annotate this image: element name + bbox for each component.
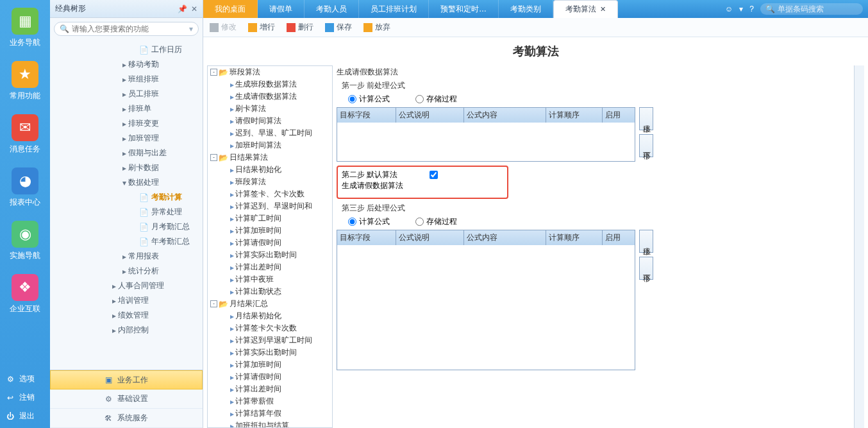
chevron-down-icon[interactable] xyxy=(121,178,128,187)
tree-item[interactable]: 班组排班 xyxy=(50,72,203,87)
close-icon[interactable]: ✕ xyxy=(191,4,197,13)
tree-item[interactable]: 数据处理 xyxy=(50,175,203,190)
radio-calc-formula-2[interactable]: 计算公式 xyxy=(348,216,390,227)
algo-tree-item[interactable]: ▸计算中夜班 xyxy=(208,273,332,286)
move-down-button[interactable]: 下移 xyxy=(639,257,653,280)
algorithm-tree[interactable]: -📂班段算法▸生成班段数据算法▸生成请假数据算法▸刷卡算法▸请假时间算法▸迟到、… xyxy=(207,65,333,428)
tree-item[interactable]: 人事合同管理 xyxy=(50,278,203,293)
nav-options[interactable]: ⚙选项 xyxy=(0,370,50,388)
top-search-input[interactable] xyxy=(778,4,855,13)
tree-item[interactable]: 排班单 xyxy=(50,101,203,116)
toolbar-button[interactable]: 放弃 xyxy=(363,22,390,33)
tab[interactable]: 考勤算法✕ xyxy=(553,0,618,18)
radio-stored-proc-2[interactable]: 存储过程 xyxy=(415,216,457,227)
move-down-button[interactable]: 下移 xyxy=(639,134,653,157)
algo-tree-item[interactable]: -📂班段算法 xyxy=(208,66,332,78)
grid-column-header[interactable]: 公式说明 xyxy=(396,230,464,245)
post-formula-grid[interactable]: 目标字段公式说明公式内容计算顺序启用 xyxy=(337,230,635,370)
chevron-right-icon[interactable] xyxy=(121,267,128,276)
algo-tree-item[interactable]: ▸计算带薪假 xyxy=(208,395,332,407)
algo-tree-item[interactable]: ▸计算请假时间 xyxy=(208,371,332,383)
chevron-right-icon[interactable] xyxy=(121,149,128,158)
algo-tree-item[interactable]: ▸加班抵扣与结算 xyxy=(208,420,332,428)
step2-checkbox[interactable] xyxy=(430,171,438,179)
radio-stored-proc[interactable]: 存储过程 xyxy=(415,94,457,105)
algo-tree-item[interactable]: ▸计算加班时间 xyxy=(208,359,332,371)
nav-rail-item-impl[interactable]: ◉ 实施导航 xyxy=(0,213,50,266)
nav-logout[interactable]: ↩注销 xyxy=(0,388,50,407)
algo-tree-item[interactable]: ▸计算请假时间 xyxy=(208,237,332,249)
tree-item[interactable]: 绩效管理 xyxy=(50,308,203,323)
algo-tree-item[interactable]: ▸计算实际出勤时间 xyxy=(208,249,332,261)
tree-item[interactable]: 📄工作日历 xyxy=(50,42,203,57)
nav-rail-item-enterprise[interactable]: ❖ 企业互联 xyxy=(0,266,50,320)
nav-rail-item-report[interactable]: ◕ 报表中心 xyxy=(0,160,50,213)
algo-tree-item[interactable]: ▸计算结算年假 xyxy=(208,407,332,420)
close-icon[interactable]: ✕ xyxy=(600,5,606,13)
nav-exit[interactable]: ⏻退出 xyxy=(0,407,50,425)
move-up-button[interactable]: 上移 xyxy=(639,107,653,130)
algo-tree-item[interactable]: ▸加班时间算法 xyxy=(208,139,332,151)
chevron-right-icon[interactable] xyxy=(110,282,118,291)
tree-item[interactable]: 📄年考勤汇总 xyxy=(50,234,203,249)
chevron-down-icon[interactable]: ▾ xyxy=(739,4,743,13)
tree-item[interactable]: 📄异常处理 xyxy=(50,205,203,219)
chevron-right-icon[interactable] xyxy=(121,75,128,84)
expand-box-icon[interactable]: - xyxy=(210,300,217,307)
chevron-right-icon[interactable] xyxy=(121,134,128,143)
grid-column-header[interactable]: 公式内容 xyxy=(464,108,546,123)
tree-item[interactable]: 内部控制 xyxy=(50,323,203,338)
toolbar-button[interactable]: 保存 xyxy=(325,22,352,33)
move-up-button[interactable]: 上移 xyxy=(639,230,653,253)
tree-item[interactable]: 常用报表 xyxy=(50,249,203,264)
algo-tree-item[interactable]: ▸计算加班时间 xyxy=(208,225,332,237)
tree-item[interactable]: 刷卡数据 xyxy=(50,160,203,175)
sidebar-search-box[interactable]: 🔍 ▾ xyxy=(54,22,199,36)
algo-tree-item[interactable]: ▸计算旷工时间 xyxy=(208,212,332,225)
tab[interactable]: 考勤类别 xyxy=(499,0,553,18)
algo-tree-item[interactable]: ▸计算出勤状态 xyxy=(208,286,332,298)
tree-item[interactable]: 移动考勤 xyxy=(50,57,203,72)
tab[interactable]: 我的桌面 xyxy=(203,0,258,18)
algo-tree-item[interactable]: ▸计算出差时间 xyxy=(208,383,332,395)
nav-rail-item-fav[interactable]: ★ 常用功能 xyxy=(0,53,50,107)
algo-tree-item[interactable]: ▸计算出差时间 xyxy=(208,261,332,273)
chevron-down-icon[interactable]: ▾ xyxy=(189,24,193,33)
algo-tree-item[interactable]: ▸迟到、早退、旷工时间 xyxy=(208,127,332,139)
tree-item[interactable]: 统计分析 xyxy=(50,264,203,278)
chevron-right-icon[interactable] xyxy=(121,164,128,173)
toolbar-button[interactable]: 删行 xyxy=(287,22,313,33)
algo-tree-item[interactable]: ▸请假时间算法 xyxy=(208,115,332,127)
grid-column-header[interactable]: 公式说明 xyxy=(396,108,464,123)
chevron-right-icon[interactable] xyxy=(121,252,128,261)
grid-body[interactable] xyxy=(337,123,635,161)
grid-column-header[interactable]: 计算顺序 xyxy=(546,230,603,245)
nav-rail-item-msg[interactable]: ✉ 消息任务 xyxy=(0,107,50,160)
algo-tree-item[interactable]: ▸生成班段数据算法 xyxy=(208,78,332,90)
radio-calc-formula[interactable]: 计算公式 xyxy=(348,94,390,105)
grid-column-header[interactable]: 目标字段 xyxy=(337,230,396,245)
chevron-right-icon[interactable] xyxy=(110,296,118,305)
grid-column-header[interactable]: 启用 xyxy=(603,108,635,123)
algo-tree-item[interactable]: ▸日结果初始化 xyxy=(208,164,332,176)
chevron-right-icon[interactable] xyxy=(121,90,128,99)
tree-item[interactable]: 员工排班 xyxy=(50,87,203,101)
sidebar-tab-bizwork[interactable]: ▣业务工作 xyxy=(50,370,203,389)
nav-rail-item-biznav[interactable]: ▦ 业务导航 xyxy=(0,0,50,53)
tree-item[interactable]: 📄考勤计算 xyxy=(50,190,203,205)
pin-icon[interactable]: 📌 xyxy=(178,4,187,13)
smile-icon[interactable]: ☺ xyxy=(725,4,733,13)
algo-tree-item[interactable]: ▸刷卡算法 xyxy=(208,103,332,115)
chevron-right-icon[interactable] xyxy=(121,119,128,128)
sidebar-tab-basicset[interactable]: ⚙基础设置 xyxy=(50,389,203,409)
tab[interactable]: 预警和定时… xyxy=(429,0,499,18)
tab[interactable]: 考勤人员 xyxy=(305,0,359,18)
algo-tree-item[interactable]: ▸月结果初始化 xyxy=(208,310,332,322)
grid-column-header[interactable]: 公式内容 xyxy=(464,230,546,245)
algo-tree-item[interactable]: ▸班段算法 xyxy=(208,176,332,188)
algo-tree-item[interactable]: ▸生成请假数据算法 xyxy=(208,90,332,103)
tree-item[interactable]: 加班管理 xyxy=(50,131,203,146)
algo-tree-item[interactable]: ▸计算实际出勤时间 xyxy=(208,347,332,359)
chevron-right-icon[interactable] xyxy=(110,326,118,335)
algo-tree-item[interactable]: -📂日结果算法 xyxy=(208,151,332,164)
